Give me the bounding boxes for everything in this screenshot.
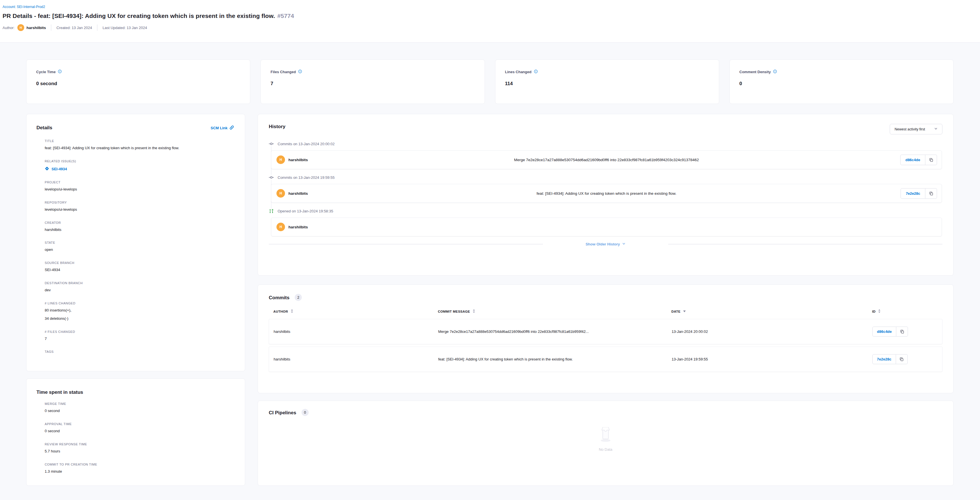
show-older-history-link[interactable]: Show Older History xyxy=(585,242,626,246)
metric-value: 7 xyxy=(270,81,475,86)
commit-hash-chip[interactable]: 7e2e28c xyxy=(900,188,925,199)
field-label: REVIEW RESPONSE TIME xyxy=(45,443,234,446)
cell-author: harshilbits xyxy=(274,357,438,361)
commit-table-row[interactable]: harshilbits Merge 7e2e28ce17a27a888e5307… xyxy=(269,319,942,344)
field-value: 0 second xyxy=(45,408,234,414)
metric-card-lines-changed: Lines Changed 114 xyxy=(495,59,719,104)
cell-date: 13-Jan-2024 19:59:55 xyxy=(671,357,872,361)
field-label: STATE xyxy=(45,241,234,244)
field-label: REPOSITORY xyxy=(45,201,234,204)
field-label: # FILES CHANGED xyxy=(45,330,234,333)
field-label: MERGE TIME xyxy=(45,402,234,406)
ci-pipelines-count-badge: 0 xyxy=(302,409,309,416)
commits-panel: Commits 2 AUTHOR COMMIT MESSAGE DATE xyxy=(258,285,953,393)
column-header-commit-message[interactable]: COMMIT MESSAGE xyxy=(438,309,671,314)
copy-button[interactable] xyxy=(896,354,908,364)
author-row: Author: H harshilbits Created: 13 Jan 20… xyxy=(3,24,974,31)
metric-value: 0 second xyxy=(36,81,240,86)
commit-author: harshilbits xyxy=(288,158,308,162)
time-in-status-panel: Time spent in status MERGE TIME 0 second… xyxy=(26,378,245,486)
field-creator: CREATOR harshilbits xyxy=(45,221,234,232)
history-sort-dropdown[interactable]: Newest activity first xyxy=(890,124,942,134)
scm-link[interactable]: SCM Link xyxy=(211,125,234,131)
field-label: PROJECT xyxy=(45,180,234,184)
field-project: PROJECT levelops/ui-levelops xyxy=(45,180,234,192)
scm-link-label: SCM Link xyxy=(211,126,228,130)
commits-heading: Commits xyxy=(269,295,290,300)
commits-table-header: AUTHOR COMMIT MESSAGE DATE ID xyxy=(269,309,942,314)
column-header-date[interactable]: DATE xyxy=(671,309,872,314)
commit-hash-chip[interactable]: 7e2e28c xyxy=(872,354,896,364)
field-state: STATE open xyxy=(45,241,234,253)
copy-button[interactable] xyxy=(925,154,937,165)
details-panel: Details SCM Link TITLE feat: [SEI-4934]:… xyxy=(26,114,245,371)
field-value: SEI-4934 xyxy=(45,268,234,273)
commit-icon xyxy=(269,141,274,146)
copy-button[interactable] xyxy=(896,326,908,336)
field-source-branch: SOURCE BRANCH SEI-4934 xyxy=(45,261,234,273)
field-value: open xyxy=(45,247,234,253)
field-commit-to-pr-time: COMMIT TO PR CREATION TIME 1.3 minute xyxy=(45,463,234,475)
sort-dropdown-value: Newest activity first xyxy=(894,127,925,131)
sort-desc-icon xyxy=(683,310,686,313)
field-related-issues: RELATED ISSUE(S) SEI-4934 xyxy=(45,159,234,172)
field-review-response-time: REVIEW RESPONSE TIME 5.7 hours xyxy=(45,443,234,454)
author-label: Author: xyxy=(3,25,14,30)
history-commit-card: H harshilbits Merge 7e2e28ce17a27a888e53… xyxy=(271,150,942,169)
field-repository: REPOSITORY levelops/ui-levelops xyxy=(45,201,234,212)
field-label: RELATED ISSUE(S) xyxy=(45,159,234,163)
sort-icon xyxy=(473,309,475,314)
column-header-author[interactable]: AUTHOR xyxy=(273,309,438,314)
cell-author: harshilbits xyxy=(274,330,438,334)
pr-number: #5774 xyxy=(277,13,294,19)
chevron-down-icon xyxy=(934,127,937,131)
field-value: 1.3 minute xyxy=(45,469,234,475)
show-older-label: Show Older History xyxy=(585,242,620,246)
divider xyxy=(97,24,97,31)
author-name: harshilbits xyxy=(27,25,46,30)
history-entry-label: Opened on 13-Jan-2024 19:58:35 xyxy=(278,209,333,213)
column-header-id[interactable]: ID xyxy=(872,309,938,314)
history-panel: History Newest activity first Commits on… xyxy=(258,114,953,275)
commit-hash-chip[interactable]: d86c4de xyxy=(872,326,896,336)
created-date: Created: 13 Jan 2024 xyxy=(56,25,92,30)
field-label: APPROVAL TIME xyxy=(45,422,234,426)
sort-icon xyxy=(878,309,881,314)
field-label: CREATOR xyxy=(45,221,234,225)
info-icon[interactable] xyxy=(58,70,62,74)
avatar: H xyxy=(277,223,285,231)
field-label: TITLE xyxy=(45,139,234,143)
field-value: 0 second xyxy=(45,428,234,434)
chevron-down-icon xyxy=(622,242,625,246)
history-entry: Commits on 13-Jan-2024 20:00:02 H harshi… xyxy=(269,141,942,169)
issue-diamond-icon xyxy=(45,166,49,172)
metric-card-files-changed: Files Changed 7 xyxy=(261,59,485,104)
commit-table-row[interactable]: harshilbits feat: [SEI-4934]: Adding UX … xyxy=(269,347,942,372)
history-entry: Commits on 13-Jan-2024 19:59:55 H harshi… xyxy=(269,175,942,203)
field-value: dev xyxy=(45,288,234,293)
metric-label: Comment Density xyxy=(740,70,771,74)
account-breadcrumb-link[interactable]: Account: SEI-Internal-Prod2 xyxy=(3,5,45,9)
column-label: AUTHOR xyxy=(273,310,288,313)
commit-message: Merge 7e2e28ce17a27a888e530754dd6ad21609… xyxy=(514,158,699,162)
page-title: PR Details - feat: [SEI-4934]: Adding UX… xyxy=(3,13,974,19)
empty-state-text: No Data xyxy=(599,447,612,452)
metric-label: Files Changed xyxy=(270,70,296,74)
avatar: H xyxy=(277,156,285,164)
field-label: SOURCE BRANCH xyxy=(45,261,234,264)
details-heading: Details xyxy=(37,125,52,131)
field-destination-branch: DESTINATION BRANCH dev xyxy=(45,281,234,293)
field-approval-time: APPROVAL TIME 0 second xyxy=(45,422,234,434)
info-icon[interactable] xyxy=(773,70,777,74)
last-updated-date: Last Updated: 13 Jan 2024 xyxy=(102,25,147,30)
copy-button[interactable] xyxy=(925,188,937,199)
metric-cards-row: Cycle Time 0 second Files Changed 7 Line… xyxy=(26,59,953,104)
page-content: Cycle Time 0 second Files Changed 7 Line… xyxy=(0,43,980,500)
related-issue-link[interactable]: SEI-4934 xyxy=(45,166,67,172)
pr-author: harshilbits xyxy=(288,225,308,229)
commit-author: harshilbits xyxy=(288,191,308,196)
commit-hash-chip[interactable]: d86c4de xyxy=(900,154,925,165)
info-icon[interactable] xyxy=(534,70,538,74)
info-icon[interactable] xyxy=(298,70,302,74)
avatar: H xyxy=(18,24,24,31)
